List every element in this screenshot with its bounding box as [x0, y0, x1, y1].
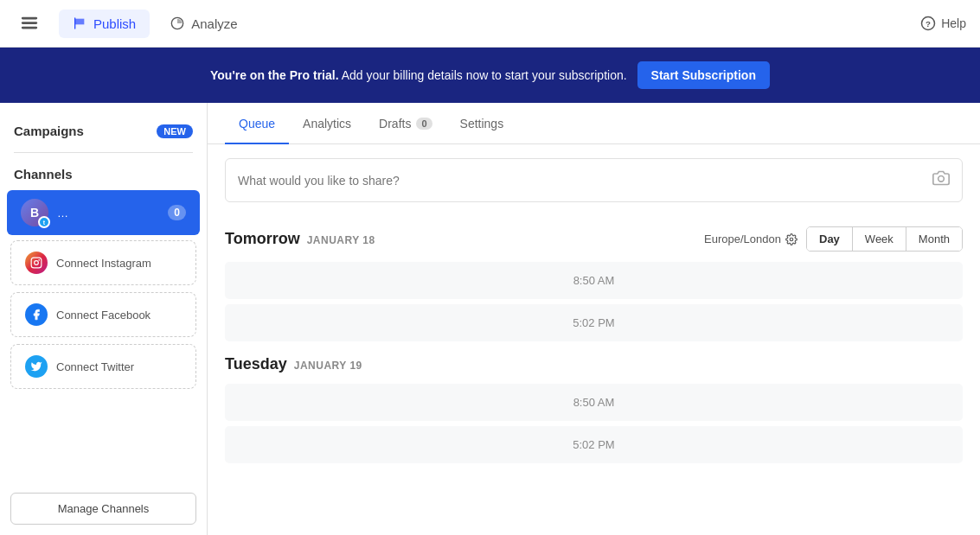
connect-instagram-label: Connect Instagram	[56, 257, 151, 270]
pro-trial-banner: You're on the Pro trial. Add your billin…	[0, 48, 980, 103]
svg-rect-1	[22, 22, 37, 24]
tuesday-label: Tuesday	[225, 355, 287, 373]
svg-point-7	[35, 261, 39, 265]
twitter-badge-icon: t	[38, 216, 50, 228]
connect-facebook-item[interactable]: Connect Facebook	[10, 292, 196, 337]
channels-label: Channels	[14, 167, 73, 182]
svg-rect-2	[22, 27, 37, 29]
tab-queue[interactable]: Queue	[225, 103, 289, 144]
svg-point-8	[38, 259, 40, 261]
tuesday-date: JANUARY 19	[294, 360, 362, 372]
view-toggle: Day Week Month	[806, 226, 963, 252]
svg-text:?: ?	[926, 19, 931, 29]
time-slot-1: 8:50 AM	[225, 262, 963, 299]
view-week-button[interactable]: Week	[852, 227, 906, 251]
time-slot-4: 5:02 PM	[225, 426, 963, 463]
manage-channels-button[interactable]: Manage Channels	[10, 493, 196, 525]
nav-publish[interactable]: Publish	[59, 10, 150, 38]
share-box	[225, 158, 963, 202]
active-channel-item[interactable]: B t … 0	[7, 190, 200, 235]
campaigns-section-header: Campaigns New	[0, 117, 207, 145]
help-icon: ?	[920, 16, 936, 31]
channel-count: 0	[168, 205, 186, 220]
app-logo	[14, 8, 45, 39]
settings-icon[interactable]	[785, 233, 797, 245]
view-day-button[interactable]: Day	[807, 227, 852, 251]
view-month-button[interactable]: Month	[906, 227, 962, 251]
timezone-label: Europe/London	[704, 232, 797, 245]
instagram-icon	[25, 252, 48, 274]
main-content: Queue Analytics Drafts 0 Settings	[208, 103, 980, 535]
connect-twitter-label: Connect Twitter	[56, 360, 134, 373]
campaigns-label: Campaigns	[14, 124, 84, 138]
tab-analytics[interactable]: Analytics	[289, 103, 365, 144]
nav-analyze[interactable]: Analyze	[157, 10, 251, 38]
svg-rect-0	[22, 17, 37, 20]
day-tomorrow-header: Tomorrow JANUARY 18 Europe/London Day We…	[225, 226, 963, 252]
help-button[interactable]: ? Help	[920, 16, 966, 31]
banner-text: You're on the Pro trial. Add your billin…	[210, 68, 627, 82]
main-layout: Campaigns New Channels B t … 0 Connect I…	[0, 103, 980, 535]
svg-point-9	[938, 176, 945, 182]
time-slot-2: 5:02 PM	[225, 304, 963, 341]
day-tomorrow-section: Tomorrow JANUARY 18 Europe/London Day We…	[225, 226, 963, 341]
channel-name: …	[57, 207, 159, 220]
day-tuesday-section: Tuesday JANUARY 19 8:50 AM 5:02 PM	[225, 355, 963, 463]
channels-section-header: Channels	[0, 160, 207, 188]
svg-rect-6	[31, 258, 42, 268]
tomorrow-label: Tomorrow	[225, 230, 300, 248]
day-tuesday-header: Tuesday JANUARY 19	[225, 355, 963, 373]
facebook-icon	[25, 303, 48, 326]
tab-bar: Queue Analytics Drafts 0 Settings	[208, 103, 980, 144]
sidebar: Campaigns New Channels B t … 0 Connect I…	[0, 103, 208, 535]
connect-instagram-item[interactable]: Connect Instagram	[10, 240, 196, 285]
tomorrow-date: JANUARY 18	[307, 234, 375, 246]
sidebar-divider-1	[14, 152, 193, 153]
time-slot-3: 8:50 AM	[225, 384, 963, 421]
campaigns-new-badge: New	[157, 124, 193, 138]
flag-icon	[73, 16, 86, 30]
tab-settings[interactable]: Settings	[446, 103, 518, 144]
chart-icon	[170, 16, 184, 30]
share-input[interactable]	[238, 174, 932, 188]
connect-facebook-label: Connect Facebook	[56, 309, 151, 322]
schedule-section: Tomorrow JANUARY 18 Europe/London Day We…	[208, 216, 980, 463]
avatar: B t	[21, 199, 48, 226]
connect-twitter-item[interactable]: Connect Twitter	[10, 344, 196, 389]
drafts-badge: 0	[416, 118, 432, 130]
svg-point-10	[790, 238, 793, 241]
camera-icon[interactable]	[932, 169, 950, 191]
start-subscription-button[interactable]: Start Subscription	[637, 61, 770, 89]
twitter-icon	[25, 355, 48, 378]
tab-drafts[interactable]: Drafts 0	[365, 103, 445, 144]
top-navigation: Publish Analyze ? Help	[0, 0, 980, 48]
